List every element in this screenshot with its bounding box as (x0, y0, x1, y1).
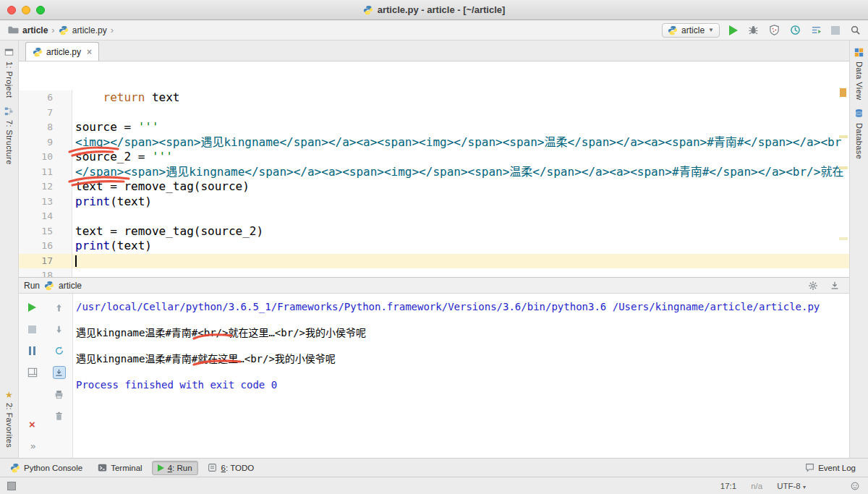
text-caret (75, 255, 77, 267)
close-window-button[interactable] (7, 6, 16, 14)
run-tool-window: Run article (19, 277, 849, 458)
scroll-to-end-button[interactable] (53, 366, 66, 379)
tool-tab-label: 6: TODO (221, 464, 255, 472)
print-button[interactable] (53, 388, 66, 401)
run-panel-header: Run article (19, 278, 849, 294)
editor-line[interactable]: 13print(text) (19, 195, 849, 210)
search-everywhere-button[interactable] (849, 25, 861, 36)
tool-tab-todo[interactable]: 6: TODO (203, 461, 260, 475)
editor-line[interactable]: 14 (19, 209, 849, 224)
editor-tab-label: article.py (46, 47, 81, 57)
line-number[interactable]: 9 (19, 135, 72, 150)
hide-panel-icon[interactable] (829, 280, 841, 291)
line-number[interactable]: 14 (19, 209, 72, 224)
tool-tab-label: 4: Run (168, 464, 192, 472)
inspections-hector-icon[interactable] (849, 480, 861, 492)
line-number[interactable]: 16 (19, 239, 72, 254)
line-number[interactable]: 18 (19, 268, 72, 277)
line-number[interactable]: 15 (19, 224, 72, 239)
line-number[interactable]: 7 (19, 106, 72, 121)
error-stripe-mark[interactable] (840, 88, 846, 97)
run-toolbar: article ▼ (662, 23, 861, 38)
editor-line[interactable]: 17 (19, 254, 849, 269)
folder-icon (7, 25, 19, 36)
error-stripe-mark[interactable] (839, 135, 848, 138)
database-icon (854, 108, 865, 119)
error-stripe-mark[interactable] (839, 166, 848, 169)
code-editor[interactable]: 6 return text78source = '''9<img></span>… (19, 61, 849, 277)
run-tab-icon (158, 464, 164, 472)
code-text: return text (72, 90, 180, 106)
prev-occurrence-button[interactable] (53, 301, 66, 314)
navigation-bar: article › article.py › article ▼ (0, 20, 868, 41)
close-panel-button[interactable]: × (26, 417, 39, 430)
tool-tab-python-console[interactable]: Python Console (5, 461, 88, 475)
run-config-icon (44, 281, 54, 291)
editor-line[interactable]: 16print(text) (19, 239, 849, 254)
coverage-button[interactable] (768, 25, 780, 36)
code-text: <img></span><span>遇见kingname</span></a><… (72, 135, 841, 150)
tool-button-data-view[interactable]: Data View (854, 46, 865, 101)
tool-button-favorites[interactable]: ★ 2: Favorites (5, 391, 14, 448)
line-number[interactable]: 17 (19, 254, 72, 269)
editor-line[interactable]: 18 (19, 268, 849, 277)
line-number[interactable]: 13 (19, 195, 72, 210)
code-text: print(text) (72, 195, 152, 210)
breadcrumb-file[interactable]: article.py (72, 25, 107, 35)
error-stripe-mark[interactable] (839, 237, 848, 240)
toolwindow-toggle-icon[interactable] (7, 482, 16, 490)
line-number[interactable]: 11 (19, 165, 72, 180)
close-tab-icon[interactable]: × (87, 48, 92, 56)
run-in-console-button[interactable] (810, 25, 822, 36)
debug-button[interactable] (747, 25, 759, 36)
run-configuration-selector[interactable]: article ▼ (662, 23, 720, 38)
event-log-button[interactable]: Event Log (799, 461, 861, 475)
structure-icon (4, 105, 15, 116)
run-button[interactable] (729, 25, 738, 35)
tool-tab-terminal[interactable]: Terminal (92, 461, 147, 475)
profiler-button[interactable] (789, 25, 801, 36)
next-occurrence-button[interactable] (53, 323, 66, 336)
breadcrumb-project[interactable]: article (22, 25, 48, 35)
clear-console-button[interactable] (53, 409, 66, 422)
console-output[interactable]: /usr/local/Cellar/python/3.6.5_1/Framewo… (73, 294, 849, 458)
tool-window-bar: Python Console Terminal 4: Run 6: TODO E… (0, 458, 868, 477)
editor-line[interactable]: 10source_2 = ''' (19, 150, 849, 165)
console-line: /usr/local/Cellar/python/3.6.5_1/Framewo… (76, 299, 849, 314)
minimize-window-button[interactable] (22, 6, 30, 14)
window-title: article.py - article - [~/article] (378, 4, 506, 15)
settings-gear-icon[interactable] (807, 280, 819, 291)
tool-button-structure[interactable]: 7: Structure (4, 105, 15, 165)
encoding-selector[interactable]: UTF-8 ▾ (777, 482, 806, 490)
tool-button-label: Data View (855, 61, 864, 101)
code-text (72, 209, 75, 224)
editor-line[interactable]: 9<img></span><span>遇见kingname</span></a>… (19, 135, 849, 150)
editor-line[interactable]: 7 (19, 106, 849, 121)
editor-line[interactable]: 15text = remove_tag(source_2) (19, 224, 849, 239)
caret-position[interactable]: 17:1 (720, 482, 736, 490)
editor-line[interactable]: 12text = remove_tag(source) (19, 179, 849, 195)
more-options-icon[interactable]: » (26, 439, 39, 452)
python-console-icon (10, 463, 20, 473)
code-text (72, 268, 75, 277)
editor-tab-article-py[interactable]: article.py × (25, 42, 99, 61)
event-log-icon (804, 463, 814, 473)
code-text: text = remove_tag(source) (72, 179, 250, 195)
editor-line[interactable]: 8source = ''' (19, 120, 849, 135)
restore-layout-button[interactable] (26, 366, 39, 379)
rerun-failed-icon[interactable] (53, 344, 66, 357)
tool-button-project[interactable]: 1: Project (4, 46, 15, 98)
pause-output-button[interactable] (26, 344, 39, 357)
line-number[interactable]: 10 (19, 150, 72, 165)
line-number[interactable]: 12 (19, 179, 72, 195)
editor-line[interactable]: 6 return text (19, 90, 849, 106)
line-separator-indicator[interactable]: n/a (751, 482, 762, 490)
line-number[interactable]: 8 (19, 120, 72, 135)
line-number[interactable]: 6 (19, 90, 72, 106)
editor-line[interactable]: 11</span><span>遇见kingname</span></a><a><… (19, 165, 849, 180)
tool-button-database[interactable]: Database (854, 108, 865, 159)
tool-tab-run[interactable]: 4: Run (152, 461, 198, 475)
rerun-button[interactable] (26, 301, 39, 314)
zoom-window-button[interactable] (36, 6, 45, 14)
titlebar: article.py - article - [~/article] (0, 0, 868, 20)
